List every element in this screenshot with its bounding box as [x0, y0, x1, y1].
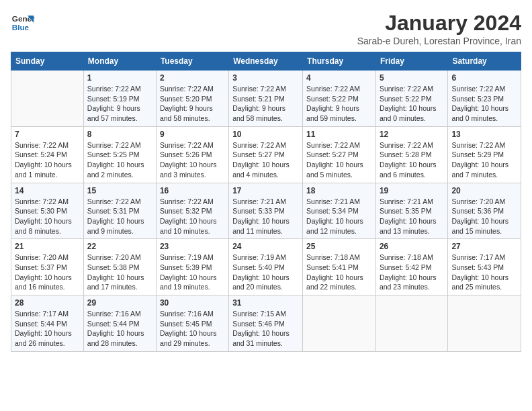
- day-info: Sunrise: 7:16 AMSunset: 5:44 PMDaylight:…: [87, 309, 152, 349]
- calendar-week-row: 21Sunrise: 7:20 AMSunset: 5:37 PMDayligh…: [11, 239, 521, 295]
- day-info: Sunrise: 7:17 AMSunset: 5:44 PMDaylight:…: [15, 309, 80, 349]
- day-number: 10: [232, 130, 299, 139]
- weekday-header-row: SundayMondayTuesdayWednesdayThursdayFrid…: [11, 52, 521, 71]
- calendar-day-cell: 9Sunrise: 7:22 AMSunset: 5:26 PMDaylight…: [156, 126, 228, 183]
- calendar-day-cell: 17Sunrise: 7:21 AMSunset: 5:33 PMDayligh…: [229, 183, 303, 239]
- day-info: Sunrise: 7:22 AMSunset: 5:29 PMDaylight:…: [451, 140, 517, 180]
- calendar-day-cell: 5Sunrise: 7:22 AMSunset: 5:22 PMDaylight…: [375, 71, 447, 127]
- day-number: 18: [306, 186, 372, 195]
- weekday-header-cell: Friday: [375, 52, 447, 71]
- day-number: 9: [160, 130, 225, 139]
- day-number: 6: [451, 73, 517, 83]
- day-info: Sunrise: 7:19 AMSunset: 5:40 PMDaylight:…: [232, 253, 299, 292]
- calendar-day-cell: 29Sunrise: 7:16 AMSunset: 5:44 PMDayligh…: [83, 295, 156, 352]
- day-number: 16: [160, 186, 225, 195]
- day-number: 23: [160, 242, 225, 251]
- calendar-day-cell: [375, 295, 447, 352]
- calendar-day-cell: 18Sunrise: 7:21 AMSunset: 5:34 PMDayligh…: [303, 183, 376, 239]
- weekday-header-cell: Wednesday: [229, 52, 303, 71]
- day-number: 31: [232, 298, 299, 308]
- day-info: Sunrise: 7:20 AMSunset: 5:38 PMDaylight:…: [87, 253, 152, 292]
- day-number: 21: [15, 242, 80, 251]
- day-number: 4: [306, 73, 372, 83]
- day-number: 24: [232, 242, 299, 251]
- day-info: Sunrise: 7:22 AMSunset: 5:27 PMDaylight:…: [306, 140, 372, 180]
- weekday-header-cell: Sunday: [11, 52, 84, 71]
- calendar-day-cell: 15Sunrise: 7:22 AMSunset: 5:31 PMDayligh…: [83, 183, 156, 239]
- day-info: Sunrise: 7:21 AMSunset: 5:33 PMDaylight:…: [232, 197, 299, 236]
- day-number: 12: [380, 130, 444, 139]
- day-info: Sunrise: 7:20 AMSunset: 5:36 PMDaylight:…: [451, 197, 517, 236]
- day-info: Sunrise: 7:22 AMSunset: 5:32 PMDaylight:…: [160, 197, 225, 236]
- day-number: 2: [160, 73, 225, 83]
- day-info: Sunrise: 7:22 AMSunset: 5:22 PMDaylight:…: [306, 84, 372, 124]
- calendar-day-cell: 4Sunrise: 7:22 AMSunset: 5:22 PMDaylight…: [303, 71, 376, 127]
- calendar-day-cell: 16Sunrise: 7:22 AMSunset: 5:32 PMDayligh…: [156, 183, 228, 239]
- calendar-day-cell: 30Sunrise: 7:16 AMSunset: 5:45 PMDayligh…: [156, 295, 228, 352]
- calendar-day-cell: 27Sunrise: 7:17 AMSunset: 5:43 PMDayligh…: [448, 239, 521, 295]
- calendar-day-cell: 8Sunrise: 7:22 AMSunset: 5:25 PMDaylight…: [83, 126, 156, 183]
- calendar-day-cell: 25Sunrise: 7:18 AMSunset: 5:41 PMDayligh…: [303, 239, 376, 295]
- day-info: Sunrise: 7:22 AMSunset: 5:19 PMDaylight:…: [87, 84, 152, 124]
- calendar-day-cell: 14Sunrise: 7:22 AMSunset: 5:30 PMDayligh…: [11, 183, 84, 239]
- calendar-day-cell: 11Sunrise: 7:22 AMSunset: 5:27 PMDayligh…: [303, 126, 376, 183]
- day-info: Sunrise: 7:19 AMSunset: 5:39 PMDaylight:…: [160, 253, 225, 292]
- calendar-day-cell: 24Sunrise: 7:19 AMSunset: 5:40 PMDayligh…: [229, 239, 303, 295]
- day-info: Sunrise: 7:22 AMSunset: 5:20 PMDaylight:…: [160, 84, 225, 124]
- day-info: Sunrise: 7:22 AMSunset: 5:30 PMDaylight:…: [15, 197, 80, 236]
- day-info: Sunrise: 7:22 AMSunset: 5:28 PMDaylight:…: [380, 140, 444, 180]
- calendar-week-row: 14Sunrise: 7:22 AMSunset: 5:30 PMDayligh…: [11, 183, 521, 239]
- calendar-day-cell: 2Sunrise: 7:22 AMSunset: 5:20 PMDaylight…: [156, 71, 228, 127]
- day-info: Sunrise: 7:15 AMSunset: 5:46 PMDaylight:…: [232, 309, 299, 349]
- calendar-day-cell: 6Sunrise: 7:22 AMSunset: 5:23 PMDaylight…: [448, 71, 521, 127]
- day-number: 1: [87, 73, 152, 83]
- calendar-week-row: 7Sunrise: 7:22 AMSunset: 5:24 PMDaylight…: [11, 126, 521, 183]
- calendar-day-cell: 10Sunrise: 7:22 AMSunset: 5:27 PMDayligh…: [229, 126, 303, 183]
- day-info: Sunrise: 7:22 AMSunset: 5:27 PMDaylight:…: [232, 140, 299, 180]
- weekday-header-cell: Saturday: [448, 52, 521, 71]
- day-info: Sunrise: 7:22 AMSunset: 5:26 PMDaylight:…: [160, 140, 225, 180]
- day-info: Sunrise: 7:22 AMSunset: 5:24 PMDaylight:…: [15, 140, 80, 180]
- calendar-week-row: 28Sunrise: 7:17 AMSunset: 5:44 PMDayligh…: [11, 295, 521, 352]
- weekday-header-cell: Monday: [83, 52, 156, 71]
- day-number: 22: [87, 242, 152, 251]
- calendar-day-cell: 23Sunrise: 7:19 AMSunset: 5:39 PMDayligh…: [156, 239, 228, 295]
- day-info: Sunrise: 7:22 AMSunset: 5:21 PMDaylight:…: [232, 84, 299, 124]
- calendar-day-cell: [11, 71, 84, 127]
- day-number: 7: [15, 130, 80, 139]
- day-number: 29: [87, 298, 152, 308]
- calendar-week-row: 1Sunrise: 7:22 AMSunset: 5:19 PMDaylight…: [11, 71, 521, 127]
- calendar-day-cell: 26Sunrise: 7:18 AMSunset: 5:42 PMDayligh…: [375, 239, 447, 295]
- location-title: Sarab-e Dureh, Lorestan Province, Iran: [357, 36, 521, 46]
- day-info: Sunrise: 7:22 AMSunset: 5:22 PMDaylight:…: [380, 84, 444, 124]
- calendar-day-cell: 21Sunrise: 7:20 AMSunset: 5:37 PMDayligh…: [11, 239, 84, 295]
- calendar-day-cell: [448, 295, 521, 352]
- calendar-table: SundayMondayTuesdayWednesdayThursdayFrid…: [11, 52, 521, 352]
- day-number: 25: [306, 242, 372, 251]
- calendar-day-cell: 1Sunrise: 7:22 AMSunset: 5:19 PMDaylight…: [83, 71, 156, 127]
- page-header: General Blue January 2024 Sarab-e Dureh,…: [11, 11, 521, 46]
- day-number: 17: [232, 186, 299, 195]
- day-number: 13: [451, 130, 517, 139]
- calendar-day-cell: 28Sunrise: 7:17 AMSunset: 5:44 PMDayligh…: [11, 295, 84, 352]
- month-title: January 2024: [357, 11, 521, 36]
- day-number: 19: [380, 186, 444, 195]
- day-number: 8: [87, 130, 152, 139]
- day-number: 30: [160, 298, 225, 308]
- weekday-header-cell: Thursday: [303, 52, 376, 71]
- day-number: 15: [87, 186, 152, 195]
- svg-text:Blue: Blue: [12, 23, 30, 32]
- calendar-body: 1Sunrise: 7:22 AMSunset: 5:19 PMDaylight…: [11, 71, 521, 352]
- day-info: Sunrise: 7:18 AMSunset: 5:41 PMDaylight:…: [306, 253, 372, 292]
- day-number: 26: [380, 242, 444, 251]
- day-number: 3: [232, 73, 299, 83]
- calendar-day-cell: 13Sunrise: 7:22 AMSunset: 5:29 PMDayligh…: [448, 126, 521, 183]
- calendar-day-cell: 19Sunrise: 7:21 AMSunset: 5:35 PMDayligh…: [375, 183, 447, 239]
- day-info: Sunrise: 7:16 AMSunset: 5:45 PMDaylight:…: [160, 309, 225, 349]
- calendar-day-cell: 7Sunrise: 7:22 AMSunset: 5:24 PMDaylight…: [11, 126, 84, 183]
- day-info: Sunrise: 7:21 AMSunset: 5:34 PMDaylight:…: [306, 197, 372, 236]
- logo: General Blue: [11, 11, 35, 35]
- day-number: 14: [15, 186, 80, 195]
- logo-icon: General Blue: [11, 11, 35, 35]
- weekday-header-cell: Tuesday: [156, 52, 228, 71]
